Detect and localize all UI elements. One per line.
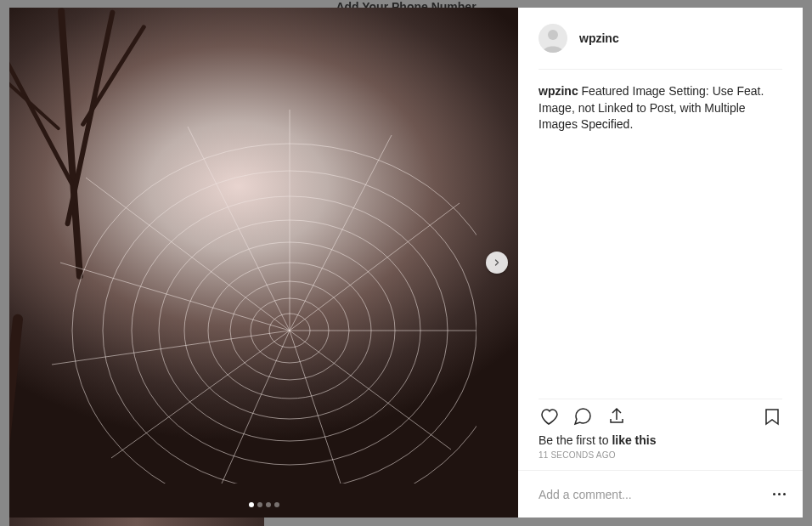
more-dots-icon xyxy=(783,493,786,495)
username-link[interactable]: wpzinc xyxy=(579,31,619,45)
share-icon xyxy=(606,406,627,427)
caption-author-link[interactable]: wpzinc xyxy=(539,84,578,98)
carousel-dot[interactable] xyxy=(249,502,254,507)
like-button[interactable] xyxy=(539,406,559,427)
svg-line-7 xyxy=(290,331,341,484)
avatar[interactable] xyxy=(539,24,567,53)
post-modal: wpzinc wpzinc Featured Image Setting: Us… xyxy=(9,8,803,518)
comment-input[interactable] xyxy=(539,488,769,501)
svg-line-8 xyxy=(222,331,290,484)
likes-line[interactable]: Be the first to like this xyxy=(518,432,803,449)
chevron-right-icon xyxy=(492,257,502,268)
more-dots-icon xyxy=(773,493,775,495)
carousel-dot[interactable] xyxy=(274,502,279,507)
caption-area: wpzinc Featured Image Setting: Use Feat.… xyxy=(518,70,803,399)
share-button[interactable] xyxy=(606,406,627,427)
post-image[interactable] xyxy=(9,8,518,518)
svg-point-22 xyxy=(548,30,558,40)
default-avatar-icon xyxy=(539,24,567,53)
more-options-button[interactable] xyxy=(769,484,789,505)
comment-button[interactable] xyxy=(572,406,593,427)
thumbnail-strip xyxy=(9,518,264,526)
bookmark-icon xyxy=(762,406,782,427)
post-image-area xyxy=(9,8,518,518)
svg-line-3 xyxy=(290,135,392,331)
comment-row xyxy=(518,470,803,518)
post-header: wpzinc xyxy=(518,8,803,69)
post-sidebar: wpzinc wpzinc Featured Image Setting: Us… xyxy=(518,8,803,518)
image-decoration xyxy=(9,314,24,518)
svg-line-11 xyxy=(60,263,290,331)
likes-prefix: Be the first to xyxy=(539,433,612,447)
timestamp[interactable]: 11 SECONDS AGO xyxy=(518,449,803,470)
action-bar xyxy=(518,399,803,432)
carousel-dots xyxy=(249,502,279,507)
comment-icon xyxy=(572,406,593,427)
carousel-next-button[interactable] xyxy=(486,252,508,274)
svg-line-6 xyxy=(290,331,451,450)
svg-line-10 xyxy=(52,331,290,365)
likes-action: like this xyxy=(612,433,656,447)
image-decoration-web xyxy=(35,110,476,484)
carousel-dot[interactable] xyxy=(266,502,271,507)
save-button[interactable] xyxy=(762,406,782,427)
more-dots-icon xyxy=(778,493,781,495)
carousel-dot[interactable] xyxy=(257,502,262,507)
heart-icon xyxy=(539,406,559,427)
